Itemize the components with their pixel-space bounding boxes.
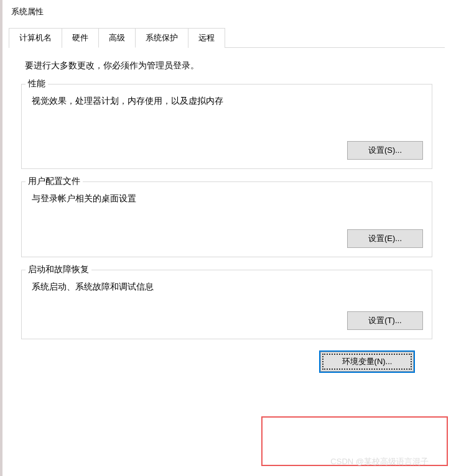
group-user-profiles-button-row: 设置(E)... [30,229,423,248]
env-button-row: 环境变量(N)... [21,352,432,372]
group-user-profiles: 用户配置文件 与登录帐户相关的桌面设置 设置(E)... [21,181,432,257]
group-startup-button-row: 设置(T)... [30,311,423,330]
tab-computer-name[interactable]: 计算机名 [9,28,62,48]
group-startup-desc: 系统启动、系统故障和调试信息 [32,281,423,293]
annotation-highlight [261,416,448,466]
tab-strip: 计算机名 硬件 高级 系统保护 远程 [9,27,445,48]
system-properties-window: 系统属性 计算机名 硬件 高级 系统保护 远程 要进行大多数更改，你必须作为管理… [0,0,451,476]
admin-note: 要进行大多数更改，你必须作为管理员登录。 [25,60,432,71]
tab-advanced[interactable]: 高级 [98,28,136,48]
group-performance-desc: 视觉效果，处理器计划，内存使用，以及虚拟内存 [32,96,423,107]
tab-system-protection[interactable]: 系统保护 [135,28,188,48]
tab-hardware[interactable]: 硬件 [62,28,99,48]
user-profiles-settings-button[interactable]: 设置(E)... [347,229,423,248]
environment-variables-button[interactable]: 环境变量(N)... [320,352,414,372]
window-title: 系统属性 [2,0,451,27]
watermark-text: CSDN @某校高级语言混子 [330,456,429,467]
tab-remote[interactable]: 远程 [188,28,225,48]
tab-content-advanced: 要进行大多数更改，你必须作为管理员登录。 性能 视觉效果，处理器计划，内存使用，… [2,48,451,378]
group-startup-title: 启动和故障恢复 [26,264,91,275]
performance-settings-button[interactable]: 设置(S)... [347,141,423,160]
group-performance-button-row: 设置(S)... [30,141,423,160]
group-performance-title: 性能 [26,78,48,89]
group-startup-recovery: 启动和故障恢复 系统启动、系统故障和调试信息 设置(T)... [21,270,432,339]
group-user-profiles-title: 用户配置文件 [26,176,83,187]
group-user-profiles-desc: 与登录帐户相关的桌面设置 [32,193,423,204]
startup-settings-button[interactable]: 设置(T)... [347,311,423,330]
group-performance: 性能 视觉效果，处理器计划，内存使用，以及虚拟内存 设置(S)... [21,84,432,169]
